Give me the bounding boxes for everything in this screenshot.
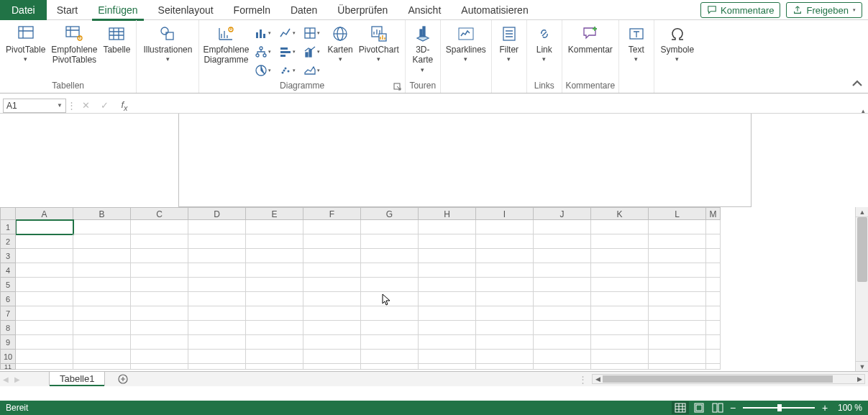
cell[interactable] [16, 263, 73, 278]
scroll-down-button[interactable]: ▼ [856, 361, 868, 371]
sparklines-button[interactable]: Sparklines ▾ [444, 22, 488, 63]
cell[interactable] [303, 263, 361, 278]
horizontal-scroll-thumb[interactable] [603, 375, 833, 383]
row-header[interactable]: 1 [0, 220, 16, 234]
cell[interactable] [534, 335, 591, 350]
cell[interactable] [706, 234, 721, 249]
cell[interactable] [361, 306, 419, 321]
cell[interactable] [361, 321, 419, 335]
cell[interactable] [476, 321, 534, 335]
maps-button[interactable]: Karten ▾ [324, 22, 355, 63]
cancel-formula-button[interactable]: ✕ [76, 99, 95, 113]
cell[interactable] [16, 350, 73, 364]
cell[interactable] [246, 321, 303, 335]
cell[interactable] [131, 364, 188, 370]
column-header[interactable]: K [591, 207, 649, 220]
cell[interactable] [649, 220, 706, 234]
cell[interactable] [188, 249, 246, 263]
sheet-tab-tabelle1[interactable]: Tabelle1 [49, 371, 105, 386]
zoom-out-button[interactable]: − [727, 403, 739, 413]
cell[interactable] [649, 263, 706, 278]
cell[interactable] [73, 335, 131, 350]
pivottable-button[interactable]: PivotTable ▾ [3, 22, 48, 63]
cell[interactable] [534, 306, 591, 321]
cell[interactable] [131, 220, 188, 234]
cell[interactable] [303, 292, 361, 306]
cell[interactable] [73, 321, 131, 335]
column-header[interactable]: M [706, 207, 721, 220]
cell[interactable] [246, 306, 303, 321]
column-header[interactable]: D [188, 207, 246, 220]
cell[interactable] [419, 278, 476, 292]
cell[interactable] [246, 278, 303, 292]
charts-dialog-launcher[interactable] [393, 83, 402, 91]
cell[interactable] [534, 249, 591, 263]
cell[interactable] [16, 321, 73, 335]
row-header[interactable]: 10 [0, 350, 16, 364]
cell[interactable] [73, 278, 131, 292]
cell[interactable] [534, 364, 591, 370]
cell[interactable] [361, 350, 419, 364]
cell[interactable] [16, 306, 73, 321]
cell[interactable] [303, 350, 361, 364]
cell[interactable] [361, 234, 419, 249]
pie-chart-menu[interactable]: ▾ [252, 62, 273, 79]
tab-split-handle[interactable]: ⋮ [578, 374, 588, 385]
cell[interactable] [706, 335, 721, 350]
cell[interactable] [303, 364, 361, 370]
column-header[interactable]: J [534, 207, 591, 220]
cell[interactable] [188, 292, 246, 306]
column-header[interactable]: E [246, 207, 303, 220]
cell[interactable] [419, 321, 476, 335]
cell[interactable] [534, 234, 591, 249]
cell[interactable] [534, 220, 591, 234]
row-header[interactable]: 6 [0, 292, 16, 306]
cell[interactable] [73, 350, 131, 364]
expand-formula-bar-button[interactable]: ▴ [862, 107, 865, 114]
cell[interactable] [131, 292, 188, 306]
view-normal-button[interactable] [672, 401, 689, 414]
cell[interactable] [534, 278, 591, 292]
cell[interactable] [16, 220, 73, 234]
tab-data[interactable]: Daten [280, 0, 327, 20]
link-button[interactable]: Link ▾ [530, 22, 559, 63]
scatter-chart-menu[interactable]: ▾ [277, 62, 297, 79]
bar-chart-menu[interactable]: ▾ [277, 43, 297, 60]
cell[interactable] [706, 220, 721, 234]
cell[interactable] [131, 350, 188, 364]
cell[interactable] [131, 263, 188, 278]
cell[interactable] [361, 263, 419, 278]
hierarchy-chart-menu[interactable]: ▾ [252, 43, 273, 60]
cell[interactable] [419, 263, 476, 278]
cell[interactable] [419, 306, 476, 321]
cell[interactable] [591, 306, 649, 321]
row-header[interactable]: 11 [0, 364, 16, 370]
vertical-scroll-thumb[interactable] [857, 217, 867, 282]
cell[interactable] [16, 249, 73, 263]
cell[interactable] [188, 234, 246, 249]
cell[interactable] [246, 234, 303, 249]
column-header[interactable]: F [303, 207, 361, 220]
cell[interactable] [16, 364, 73, 370]
cell[interactable] [591, 234, 649, 249]
cell[interactable] [188, 220, 246, 234]
scroll-right-button[interactable]: ▶ [854, 375, 864, 383]
collapse-ribbon-button[interactable] [851, 77, 864, 90]
insert-function-button[interactable]: fx [114, 99, 132, 113]
row-header[interactable]: 4 [0, 263, 16, 278]
cell[interactable] [73, 234, 131, 249]
cell[interactable] [246, 335, 303, 350]
column-header[interactable]: I [476, 207, 534, 220]
cell[interactable] [246, 249, 303, 263]
column-chart-menu[interactable]: ▾ [252, 24, 273, 42]
cell[interactable] [16, 335, 73, 350]
cell[interactable] [591, 278, 649, 292]
cell[interactable] [246, 350, 303, 364]
column-header[interactable]: G [361, 207, 419, 220]
cell[interactable] [188, 278, 246, 292]
cell[interactable] [303, 249, 361, 263]
comments-button[interactable]: Kommentare [700, 2, 780, 18]
cell[interactable] [419, 335, 476, 350]
select-all-corner[interactable] [0, 207, 16, 220]
cell[interactable] [73, 292, 131, 306]
